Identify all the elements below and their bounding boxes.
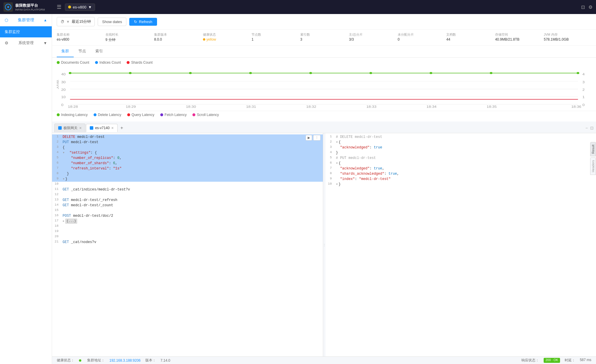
info-shards: 主/总分片 3/3 (349, 32, 397, 42)
svg-text:1: 1 (583, 96, 585, 99)
editor-tab-bar: 极限网关 × es-v7140 × + − ⊡ (52, 123, 596, 133)
result-line: 1 # DELETE medcl-dr-test (325, 134, 589, 140)
code-line: 2 PUT medcl-dr-test (52, 140, 323, 145)
svg-text:18:29: 18:29 (126, 105, 136, 108)
legend-dot-dl (94, 113, 97, 116)
svg-text:2: 2 (583, 88, 585, 91)
svg-point-16 (69, 72, 71, 74)
refresh-button[interactable]: ↻ Refresh (129, 18, 157, 26)
code-line: 7 "refresh_interval": "1s" (52, 166, 323, 171)
legend-dot-fl (160, 113, 163, 116)
legend-scroll-latency: Scroll Latency (192, 113, 219, 117)
code-line: 21 GET _cat/nodes?v (52, 240, 323, 245)
top-bar-right: ⊡ ⚙ (581, 4, 592, 10)
close-icon[interactable]: × (79, 126, 82, 130)
sidebar-cluster-section: ⬡ 集群管理 ▲ 集群监控 (0, 14, 52, 37)
maximize-icon[interactable]: ⊡ (590, 126, 594, 130)
settings-icon[interactable]: ⚙ (588, 4, 592, 10)
collapsed-block[interactable]: {...} (65, 219, 77, 224)
info-unassigned: 未分配分片 0 (398, 32, 445, 42)
status-bar: 健康状态： 集群地址： 192.168.3.188:9206 版本： 7.14.… (52, 356, 596, 364)
panel-tabs: 集群 节点 索引 (52, 46, 596, 58)
monitoring-toolbar: ⏱ ▼ 最近15分钟 Show dates ↻ Refresh (52, 14, 596, 30)
left-code-editor[interactable]: 1 DELETE medcl-dr-test 2 PUT medcl-dr-te… (52, 133, 323, 356)
minimize-icon[interactable]: − (585, 126, 588, 130)
time-range-text: 最近15分钟 (72, 19, 91, 24)
add-tab-button[interactable]: + (118, 124, 125, 132)
result-line: 6 ▾{ (325, 161, 589, 166)
result-line: 5 # PUT medcl-dr-test (325, 155, 589, 161)
svg-point-23 (490, 72, 492, 74)
panel-splitter[interactable]: ⋮ (323, 133, 325, 356)
response-value: 200 · OK (544, 358, 560, 363)
tab-node[interactable]: 节点 (74, 46, 91, 57)
code-line: 17 ▸{...} (52, 219, 323, 224)
code-line: 19 (52, 229, 323, 234)
svg-point-22 (430, 72, 432, 74)
editor-tab-es[interactable]: es-v7140 × (86, 124, 118, 132)
right-result-panel: Result Headers 1 # DELETE medcl-dr-test … (325, 133, 596, 356)
tab-icon-active (90, 126, 93, 130)
close-icon-active[interactable]: × (111, 126, 114, 130)
hamburger-icon[interactable]: ☰ (57, 4, 61, 10)
legend-shards-count: Shards Count (127, 60, 152, 65)
run-button[interactable]: ▶ (306, 135, 312, 141)
version-value: 7.14.0 (161, 358, 170, 363)
side-tab-container: Result Headers (590, 142, 596, 175)
code-line: 15 (52, 208, 323, 213)
health-label: 健康状态： (57, 358, 74, 363)
code-line: 8 } (52, 171, 323, 176)
svg-text:18:30: 18:30 (186, 105, 196, 108)
headers-tab[interactable]: Headers (590, 157, 596, 175)
svg-text:18:28: 18:28 (68, 105, 78, 108)
result-line: 9 "index": "medcl-dr-test" (325, 176, 589, 182)
legend-delete-latency: Delete Latency (94, 113, 121, 117)
time-selector[interactable]: ⏱ ▼ 最近15分钟 (57, 17, 95, 26)
cluster-info: 集群名称 es-v800 在线时长 9 分钟 集群版本 8.0.0 健康状态 y… (52, 30, 596, 46)
info-docs: 文档数 44 (446, 32, 494, 42)
svg-text:4: 4 (583, 73, 585, 76)
chart2-legend: Indexing Latency Delete Latency Query La… (57, 113, 591, 117)
fullscreen-icon[interactable]: ⊡ (581, 4, 585, 10)
legend-dot-blue (95, 61, 98, 64)
tab-cluster[interactable]: 集群 (57, 46, 74, 57)
svg-point-19 (249, 72, 252, 74)
editor-tab-gateway[interactable]: 极限网关 × (54, 124, 85, 132)
logo-text: 极限数据平台 INFINI DATA PLATFORM (15, 3, 45, 11)
right-code-editor: 1 # DELETE medcl-dr-test 2 ▾{ 3 "acknowl… (325, 133, 596, 356)
content-area: ⏱ ▼ 最近15分钟 Show dates ↻ Refresh 集群名称 es-… (52, 14, 596, 364)
chevron-icon: ▲ (44, 18, 47, 22)
code-line: 20 (52, 234, 323, 240)
show-dates-button[interactable]: Show dates (98, 18, 126, 26)
svg-text:文档数: 文档数 (57, 80, 59, 89)
result-line: 8 "shards_acknowledged": true, (325, 171, 589, 176)
chart1-svg: 0 10 20 30 40 0 1 2 3 4 (57, 67, 591, 108)
result-tab[interactable]: Result (590, 142, 596, 156)
code-line: 18 (52, 224, 323, 229)
info-version: 集群版本 8.0.0 (154, 32, 202, 42)
sidebar-cluster-mgmt[interactable]: ⬡ 集群管理 ▲ (0, 14, 52, 26)
legend-dot-sl (192, 113, 195, 116)
legend-dot-red (127, 61, 130, 64)
code-line: 11 GET _cat/indices/medcl-dr-test?v (52, 187, 323, 192)
chevron-icon: ▼ (43, 41, 47, 45)
cluster-selector[interactable]: es-v800 ▼ (65, 4, 95, 11)
svg-text:30: 30 (61, 81, 66, 84)
info-online-time: 在线时长 9 分钟 (106, 32, 153, 42)
left-panel-toolbar: ▶ ⋮ (306, 135, 321, 141)
more-button[interactable]: ⋮ (313, 135, 321, 141)
chevron-down-icon: ▼ (88, 5, 92, 9)
svg-point-21 (369, 72, 372, 74)
legend-dot-il (57, 113, 60, 116)
logo-icon (4, 2, 13, 12)
version-label: 版本： (145, 358, 156, 363)
response-label: 响应状态： (521, 358, 539, 363)
svg-text:18:34: 18:34 (426, 105, 437, 108)
svg-point-20 (309, 72, 312, 74)
status-dot-green (79, 359, 81, 362)
sidebar-item-cluster-monitor[interactable]: 集群监控 (0, 26, 52, 37)
code-line: 5 "number_of_replicas": 0, (52, 155, 323, 161)
sidebar-system-mgmt[interactable]: ⚙ 系统管理 ▼ (0, 37, 52, 48)
chart1-legend: Documents Count Indices Count Shards Cou… (57, 60, 591, 65)
tab-index[interactable]: 索引 (91, 46, 108, 57)
